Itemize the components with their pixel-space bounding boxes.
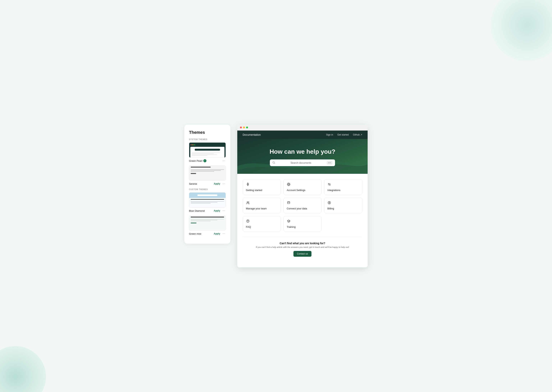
docs-cards-row2: Manage your team Connect your data — [243, 197, 362, 213]
card-label-manage-team: Manage your team — [246, 207, 277, 210]
theme-item-serene: Serene Apply ··· — [189, 165, 226, 186]
card-faq[interactable]: FAQ — [243, 216, 281, 231]
contact-us-button[interactable]: Contact us — [293, 251, 311, 257]
browser-dot-green — [246, 126, 248, 128]
card-label-connect-data: Connect your data — [287, 207, 318, 210]
custom-themes-section: CUSTOM THEMES — [189, 188, 226, 236]
bd-line-1 — [191, 201, 224, 202]
card-account-settings[interactable]: Account Settings — [283, 179, 322, 195]
theme-dots-button-bd[interactable]: ··· — [222, 209, 226, 213]
custom-themes-label: CUSTOM THEMES — [189, 188, 226, 190]
apply-button-green-mist[interactable]: Apply — [213, 232, 221, 235]
svg-line-1 — [274, 163, 275, 164]
prev-dot-yellow — [192, 144, 193, 145]
svg-point-2 — [288, 184, 289, 185]
page-wrapper: Themes SYSTEM THEMES — [184, 125, 368, 267]
card-label-getting-started: Getting started — [246, 189, 277, 192]
card-manage-team[interactable]: Manage your team — [243, 197, 281, 213]
nav-link-github[interactable]: Github ↗ — [353, 133, 362, 136]
card-icon-connect-data — [287, 201, 318, 206]
footer-subtitle: If you can't find a help article with th… — [248, 246, 357, 248]
serene-line-3 — [191, 171, 214, 172]
card-label-billing: Billing — [327, 207, 359, 210]
apply-button-blue-diamond[interactable]: Apply — [213, 209, 221, 212]
card-icon-faq — [246, 219, 277, 224]
docs-nav-logo: Documentation — [243, 133, 261, 136]
card-icon-manage-team — [246, 201, 277, 206]
theme-preview-serene — [189, 165, 226, 181]
gm-body — [189, 216, 225, 231]
theme-preview-blue-diamond — [189, 192, 226, 208]
card-icon-integrations — [327, 182, 359, 187]
theme-dots-button-serene[interactable]: ··· — [222, 182, 226, 186]
card-icon-getting-started — [246, 182, 277, 187]
gm-title — [191, 217, 224, 217]
theme-dots-button-gm[interactable]: ··· — [222, 232, 226, 236]
card-integrations[interactable]: Integrations — [324, 179, 362, 195]
bd-body — [189, 198, 225, 208]
docs-nav: Documentation Sign in Get started Github… — [237, 131, 368, 139]
active-check-badge: ✓ — [203, 159, 206, 162]
theme-name-serene: Serene — [189, 182, 197, 185]
serene-body — [189, 166, 225, 175]
theme-item-green-pearl: Green Pearl ✓ ··· — [189, 142, 226, 163]
browser-window: Documentation Sign in Get started Github… — [237, 125, 368, 267]
prev-line-4 — [191, 155, 207, 156]
browser-chrome — [237, 125, 368, 131]
serene-title — [191, 167, 211, 168]
apply-button-serene[interactable]: Apply — [213, 182, 221, 185]
svg-point-6 — [329, 184, 330, 185]
prev-line-2 — [191, 154, 214, 154]
card-label-faq: FAQ — [246, 225, 277, 228]
docs-content: Getting started Account Settings — [237, 174, 368, 267]
serene-line-1 — [191, 169, 224, 170]
browser-dot-yellow — [243, 126, 245, 128]
search-placeholder-text: Search documents — [276, 161, 325, 164]
gm-line-3 — [191, 221, 211, 221]
bd-line-2 — [191, 202, 217, 203]
preview-header — [189, 143, 225, 147]
docs-footer: Can't find what you are looking for? If … — [243, 237, 362, 262]
prev-line-1 — [191, 153, 220, 153]
theme-row-blue-diamond: Blue Diamond Apply ··· — [189, 209, 226, 213]
docs-hero: How can we help you? Search documents ⌘K — [237, 139, 368, 174]
preview-main-bar — [195, 149, 220, 151]
footer-title: Can't find what you are looking for? — [248, 242, 357, 245]
docs-search-bar[interactable]: Search documents ⌘K — [270, 160, 335, 166]
bd-header-bar — [197, 195, 217, 196]
card-label-training: Training — [287, 225, 318, 228]
card-label-integrations: Integrations — [327, 189, 359, 192]
prev-dot-green-dot — [194, 144, 195, 145]
theme-name-blue-diamond: Blue Diamond — [189, 210, 205, 212]
bg-decoration-bottom-left — [0, 346, 46, 392]
docs-site: Documentation Sign in Get started Github… — [237, 131, 368, 267]
card-connect-data[interactable]: Connect your data — [283, 197, 322, 213]
theme-name-green-pearl: Green Pearl ✓ — [189, 159, 206, 162]
svg-point-5 — [328, 183, 329, 184]
card-label-account-settings: Account Settings — [287, 189, 318, 192]
svg-point-7 — [247, 202, 248, 203]
card-icon-billing — [327, 201, 359, 206]
card-billing[interactable]: Billing — [324, 197, 362, 213]
card-getting-started[interactable]: Getting started — [243, 179, 281, 195]
nav-link-getstarted[interactable]: Get started — [337, 133, 349, 136]
bd-header — [189, 193, 225, 198]
docs-hero-title: How can we help you? — [243, 148, 362, 155]
card-icon-account-settings — [287, 182, 318, 187]
theme-dots-button-green-pearl[interactable]: ··· — [222, 159, 226, 163]
nav-link-signin[interactable]: Sign in — [326, 133, 333, 136]
prev-dot-red — [191, 144, 192, 145]
docs-nav-links: Sign in Get started Github ↗ — [326, 133, 362, 136]
serene-line-2 — [191, 170, 221, 171]
gm-accent — [191, 223, 196, 223]
bg-decoration-top-right — [491, 0, 552, 61]
theme-item-blue-diamond: Blue Diamond Apply ··· — [189, 192, 226, 213]
bd-line-dark — [191, 199, 224, 200]
serene-actions: Apply ··· — [213, 182, 226, 186]
card-training[interactable]: Training — [283, 216, 322, 231]
preview-content — [190, 147, 225, 158]
bd-actions: Apply ··· — [213, 209, 226, 213]
preview-lines — [191, 153, 223, 156]
theme-preview-green-pearl — [189, 142, 226, 158]
bd-line-3 — [191, 203, 211, 203]
